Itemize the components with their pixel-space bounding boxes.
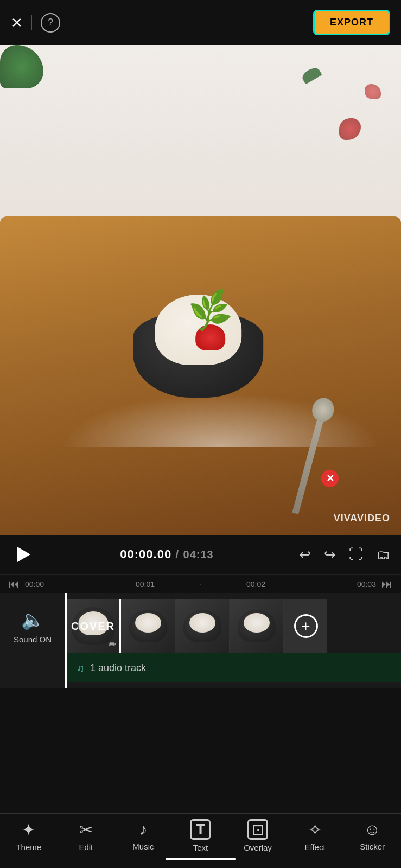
time-separator: /: [175, 547, 183, 561]
play-button[interactable]: [11, 542, 35, 566]
audio-label: 1 audio track: [90, 662, 146, 674]
help-button[interactable]: ?: [41, 13, 60, 33]
music-icon: ♪: [139, 820, 147, 839]
audio-note-icon: ♫: [77, 662, 85, 674]
strip-thumb-2: [175, 599, 230, 653]
ruler-mark-5: ·: [310, 580, 313, 589]
text-icon: T: [190, 819, 211, 840]
strip-bowl-1: [129, 610, 167, 642]
fern-garnish: 🌿: [186, 290, 234, 332]
toolbar-item-effect[interactable]: ✧ Effect: [294, 820, 337, 852]
ruler-mark-4: 00:02: [246, 580, 265, 589]
cover-label: COVER: [71, 620, 115, 633]
toolbar-items: ✦ Theme ✂ Edit ♪ Music T Text ⊡ Overlay …: [0, 819, 401, 852]
audio-row: ♫ 1 audio track: [0, 653, 401, 682]
sticker-icon: ☺: [364, 820, 381, 839]
sound-icon: 🔈: [21, 609, 44, 630]
ruler-mark-6: 00:03: [357, 580, 376, 589]
skip-end-button[interactable]: ⏭: [381, 578, 392, 590]
powder-sugar: [60, 393, 381, 447]
save-button[interactable]: 🗂: [376, 546, 390, 563]
toolbar-item-edit[interactable]: ✂ Edit: [64, 820, 107, 852]
undo-button[interactable]: ↩: [299, 546, 311, 563]
ruler-mark-2: 00:01: [136, 580, 155, 589]
sound-label: Sound ON: [14, 635, 52, 644]
ruler-marks: 00:00 · 00:01 · 00:02 · 00:03: [25, 580, 376, 589]
timecode: 00:00.00 / 04:13: [120, 547, 213, 561]
delete-icon[interactable]: ✕: [321, 470, 339, 487]
toolbar-item-theme[interactable]: ✦ Theme: [7, 820, 50, 852]
overlay-label: Overlay: [244, 843, 272, 852]
edit-label: Edit: [79, 843, 93, 852]
watermark: VIVAVIDEO: [334, 513, 390, 524]
ice-cream-scoop: 🌿: [155, 295, 241, 365]
sound-on-block[interactable]: 🔈 Sound ON: [0, 602, 65, 650]
playback-bar: 00:00.00 / 04:13 ↩ ↪ ⛶ 🗂: [0, 535, 401, 574]
effect-label: Effect: [305, 843, 326, 852]
top-bar-left: ✕ ?: [11, 13, 60, 33]
audio-track[interactable]: ♫ 1 audio track: [65, 653, 401, 682]
preview-canvas: 🌿 ✕ VIVAVIDEO: [0, 45, 401, 535]
close-button[interactable]: ✕: [11, 16, 23, 30]
cover-edit-icon: ✏: [109, 639, 117, 650]
video-preview: 🌿 ✕ VIVAVIDEO: [0, 45, 401, 535]
divider: [31, 15, 32, 30]
add-plus-icon: +: [294, 614, 318, 638]
timeline-ruler: ⏮ 00:00 · 00:01 · 00:02 · 00:03 ⏭: [0, 574, 401, 593]
text-label: Text: [193, 843, 208, 852]
home-indicator: [166, 858, 236, 860]
cover-thumbnail[interactable]: COVER ✏: [65, 599, 119, 653]
current-time: 00:00.00: [120, 547, 171, 561]
edit-icon: ✂: [79, 820, 93, 839]
bottom-toolbar: ✦ Theme ✂ Edit ♪ Music T Text ⊡ Overlay …: [0, 813, 401, 868]
main-track: 🔈 Sound ON COVER ✏: [0, 599, 401, 653]
strip-thumb-1: [121, 599, 175, 653]
ruler-mark-0: 00:00: [25, 580, 44, 589]
overlay-icon: ⊡: [247, 819, 268, 840]
ruler-mark-1: ·: [89, 580, 91, 589]
effect-icon: ✧: [308, 820, 322, 839]
total-time: 04:13: [183, 548, 214, 560]
sticker-label: Sticker: [360, 842, 385, 851]
ice-cream-bowl: 🌿: [133, 289, 263, 398]
fullscreen-button[interactable]: ⛶: [349, 546, 363, 563]
strip-thumb-3: [230, 599, 284, 653]
skip-start-button[interactable]: ⏮: [9, 578, 20, 590]
export-button[interactable]: EXPORT: [313, 10, 390, 35]
top-bar: ✕ ? EXPORT: [0, 0, 401, 45]
strip-bowl-2: [183, 610, 221, 642]
toolbar-item-music[interactable]: ♪ Music: [122, 820, 165, 851]
ruler-mark-3: ·: [200, 580, 202, 589]
theme-label: Theme: [16, 843, 41, 852]
timeline-area: 🔈 Sound ON COVER ✏: [0, 593, 401, 688]
theme-icon: ✦: [22, 820, 35, 839]
strip-bowl-3: [238, 610, 276, 642]
play-icon: [17, 547, 30, 562]
toolbar-item-sticker[interactable]: ☺ Sticker: [351, 820, 394, 851]
video-strip-inner: [121, 599, 284, 653]
toolbar-item-overlay[interactable]: ⊡ Overlay: [236, 819, 279, 852]
playhead: [65, 593, 67, 688]
playback-controls: ↩ ↪ ⛶ 🗂: [299, 546, 390, 563]
video-strip[interactable]: +: [119, 599, 401, 653]
toolbar-item-text[interactable]: T Text: [179, 819, 222, 852]
redo-button[interactable]: ↪: [324, 546, 336, 563]
music-label: Music: [132, 842, 154, 851]
add-clip-button[interactable]: +: [284, 599, 327, 653]
